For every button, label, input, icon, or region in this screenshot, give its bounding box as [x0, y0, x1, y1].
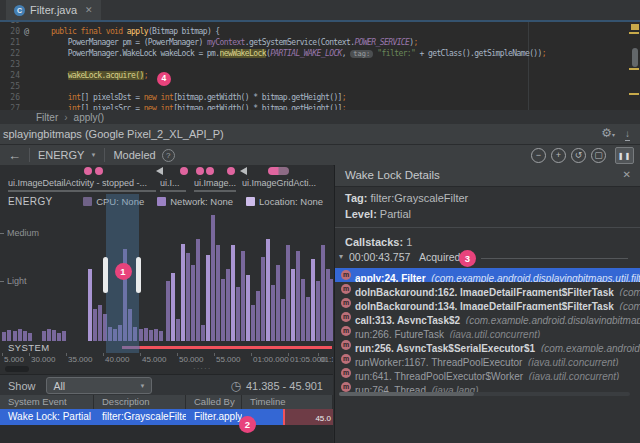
- range-scrollbar-thumb[interactable]: [5, 366, 29, 372]
- activity-segment[interactable]: ui.ImageDetailActivity - stopped -...: [8, 178, 156, 193]
- energy-bar: [256, 291, 260, 341]
- close-tab-icon[interactable]: ✕: [85, 5, 93, 15]
- back-arrow-icon[interactable]: ←: [8, 148, 21, 163]
- event-dot-icon[interactable]: [206, 167, 214, 175]
- axis-tick-label: 55.000: [216, 355, 240, 364]
- scrollbar-thumb[interactable]: [339, 392, 474, 396]
- callstack-list: mapply:24, Filter (com.example.android.d…: [335, 268, 640, 394]
- callstack-frame[interactable]: mcall:313, AsyncTask$2 (com.example.andr…: [335, 310, 640, 324]
- code-text[interactable]: PowerManager pm = (PowerManager) myConte…: [34, 37, 418, 48]
- energy-bar: [88, 269, 92, 341]
- legend-label: Location: None: [259, 196, 323, 207]
- event-dot-icon[interactable]: [95, 167, 103, 175]
- energy-bar: [251, 305, 255, 341]
- table-row[interactable]: Wake Lock: Partialfilter:GrayscaleFilter…: [0, 409, 333, 425]
- acquired-event-row[interactable]: ▾ 00:00:43.757 Acquired 3: [335, 251, 640, 266]
- editor-line: 25: [0, 81, 628, 92]
- reset-zoom-icon[interactable]: ↺: [571, 148, 586, 163]
- session-type-dropdown[interactable]: ENERGY ▼: [38, 149, 96, 161]
- zoom-to-selection-icon[interactable]: ▢: [591, 148, 606, 163]
- horizontal-scrollbar[interactable]: [339, 392, 630, 396]
- energy-bar: [144, 328, 148, 341]
- code-text[interactable]: int[] pixelsSrc = new int[bitmap.getWidt…: [34, 103, 346, 110]
- editor-scrollbar[interactable]: [628, 22, 640, 110]
- callstack-frame[interactable]: mrun:256, AsyncTask$SerialExecutor$1 (co…: [335, 338, 640, 352]
- energy-bar: [221, 279, 225, 341]
- event-dot-icon[interactable]: [180, 167, 188, 175]
- wakelock-duration-bar[interactable]: [140, 346, 332, 349]
- code-editor[interactable]: 1920@ public final void apply(Bitmap bit…: [0, 22, 640, 110]
- gear-icon[interactable]: ⚙▾: [601, 127, 615, 141]
- event-dot-icon[interactable]: [227, 167, 235, 175]
- activity-label: ui.Image...: [194, 178, 236, 188]
- code-text[interactable]: public final void apply(Bitmap bitmap) {: [34, 26, 220, 37]
- editor-line: 22 PowerManager.WakeLock wakeLock = pm.n…: [0, 48, 628, 59]
- breadcrumb-method[interactable]: apply(): [74, 112, 105, 123]
- energy-chart[interactable]: MediumLight: [0, 210, 333, 341]
- help-icon[interactable]: ?: [162, 149, 175, 162]
- energy-bar: [271, 285, 275, 341]
- frame-package: (com.exam: [620, 301, 640, 310]
- event-filter-dropdown[interactable]: All ▼: [46, 377, 152, 394]
- energy-bar: [28, 333, 32, 341]
- event-dot-icon[interactable]: [196, 167, 204, 175]
- table-header: System EventDescriptionCalled ByTimeline: [0, 395, 333, 409]
- event-pill-icon[interactable]: [268, 167, 289, 175]
- tree-expand-icon[interactable]: ▾: [339, 252, 343, 261]
- profiler-panel: splayingbitmaps (Google Pixel_2_XL_API_P…: [0, 124, 640, 443]
- energy-timeline-panel: ui.ImageDetailActivity - stopped -...ui.…: [0, 165, 333, 443]
- zoom-in-icon[interactable]: +: [551, 148, 566, 163]
- scrollbar-thumb[interactable]: [632, 48, 638, 67]
- activity-lifetime-bar: [160, 190, 186, 192]
- error-stripe-mark: [631, 24, 639, 30]
- axis-tick: [140, 353, 141, 356]
- activity-label: ui.ImageGridActi...: [242, 178, 332, 188]
- selection-handle-right[interactable]: [136, 257, 141, 293]
- y-axis-label: Medium: [7, 228, 39, 238]
- activity-segment[interactable]: ui.Image...: [194, 178, 236, 193]
- callstack-frame[interactable]: mapply:24, Filter (com.example.android.d…: [335, 268, 640, 282]
- callstack-frame[interactable]: mdoInBackground:162, ImageDetailFragment…: [335, 282, 640, 296]
- activity-segment[interactable]: ui.I...: [160, 178, 186, 193]
- download-icon[interactable]: ↓: [625, 128, 630, 141]
- drag-handle-icon[interactable]: ·····: [193, 364, 211, 373]
- editor-tab-filter-java[interactable]: C Filter.java ✕: [6, 0, 101, 20]
- breadcrumb-class[interactable]: Filter: [36, 112, 58, 123]
- error-stripe-mark: [629, 93, 639, 95]
- close-icon[interactable]: ✕: [623, 169, 631, 180]
- event-dot-icon[interactable]: [84, 167, 92, 175]
- table-header-cell[interactable]: Timeline: [242, 395, 333, 409]
- axis-tick: [214, 353, 215, 356]
- activity-row: ui.ImageDetailActivity - stopped -...ui.…: [0, 178, 333, 194]
- activity-lifetime-bar: [8, 190, 156, 192]
- table-header-cell[interactable]: System Event: [0, 395, 94, 409]
- selection-handle-left[interactable]: [103, 257, 108, 293]
- callstack-frame[interactable]: mrun:266, FutureTask (java.util.concurre…: [335, 324, 640, 338]
- energy-bar: [13, 331, 17, 341]
- callstack-frame[interactable]: mrunWorker:1167, ThreadPoolExecutor (jav…: [335, 352, 640, 366]
- zoom-out-icon[interactable]: −: [531, 148, 546, 163]
- callstack-frame[interactable]: mrun:641, ThreadPoolExecutor$Worker (jav…: [335, 366, 640, 380]
- frame-package: (com.example.android.displayingbitmaps.u…: [431, 273, 640, 282]
- event-filter-bar: Show All ▼ ◷ 41.385 - 45.901: [0, 374, 333, 397]
- callstack-frame[interactable]: mdoInBackground:134, ImageDetailFragment…: [335, 296, 640, 310]
- frame-name: doInBackground:134, ImageDetailFragment$…: [355, 301, 617, 310]
- table-header-cell[interactable]: Description: [94, 395, 186, 409]
- event-triangle-icon[interactable]: [156, 167, 163, 175]
- session-title-text: splayingbitmaps (Google Pixel_2_XL_API_P…: [3, 128, 224, 140]
- range-scrollbar[interactable]: ·····: [0, 364, 333, 374]
- event-triangle-icon[interactable]: [240, 167, 247, 175]
- energy-bar: [181, 244, 185, 341]
- show-label: Show: [8, 380, 36, 392]
- frame-name: run:266, FutureTask: [355, 329, 447, 338]
- callout-badge: 1: [115, 263, 132, 280]
- line-number: 27: [0, 103, 20, 110]
- pause-button[interactable]: ❚❚: [615, 147, 634, 164]
- energy-bar: [246, 275, 250, 341]
- energy-bar: [211, 215, 215, 341]
- legend-swatch: [157, 197, 166, 206]
- activity-segment[interactable]: ui.ImageGridActi...: [242, 178, 332, 193]
- table-header-cell[interactable]: Called By: [186, 395, 242, 409]
- code-text[interactable]: int[] pixelsDst = new int[bitmap.getWidt…: [34, 92, 346, 103]
- legend-label: Network: None: [170, 196, 233, 207]
